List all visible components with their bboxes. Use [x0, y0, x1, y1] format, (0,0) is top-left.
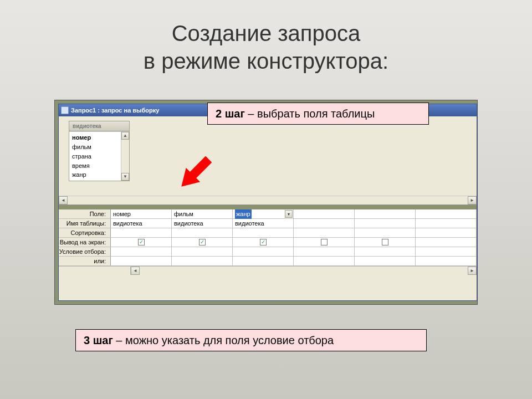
grid-row-label: Сортировка:	[59, 228, 111, 237]
grid-cell[interactable]	[416, 247, 477, 256]
field-list-scrollbar[interactable]: ▲ ▼	[121, 132, 129, 181]
upper-hscrollbar[interactable]: ◄ ►	[59, 196, 477, 204]
grid-cell[interactable]: ✓	[172, 238, 233, 247]
grid-row: Имя таблицы:видиотекавидиотекавидиотека	[59, 219, 477, 228]
grid-cell[interactable]	[416, 228, 477, 237]
grid-cell[interactable]	[416, 257, 477, 265]
query-designer-window: Запрос1 : запрос на выборку видиотека но…	[58, 104, 477, 301]
grid-cell[interactable]	[416, 209, 477, 218]
grid-cell[interactable]	[111, 228, 172, 237]
callout-step-2: 2 шаг – выбрать поля таблицы	[207, 103, 429, 125]
grid-hscrollbar[interactable]: ◄►	[59, 266, 477, 275]
grid-cell[interactable]: видиотека	[233, 219, 294, 228]
grid-cell[interactable]	[111, 247, 172, 256]
selected-field-text: жанр	[235, 209, 252, 219]
grid-row: или:	[59, 257, 477, 266]
grid-cell[interactable]	[233, 247, 294, 256]
grid-cell[interactable]	[294, 219, 355, 228]
grid-cell[interactable]: видиотека	[111, 219, 172, 228]
scroll-track[interactable]	[140, 267, 468, 275]
grid-row: Вывод на экран:✓✓✓	[59, 238, 477, 247]
scroll-right-icon[interactable]: ►	[468, 196, 477, 204]
grid-cell[interactable]	[294, 209, 355, 218]
titlebar-text: Запрос1 : запрос на выборку	[71, 107, 159, 114]
grid-cell[interactable]	[172, 247, 233, 256]
show-checkbox[interactable]: ✓	[199, 239, 206, 245]
callout-step-2-text: – выбрать поля таблицы	[245, 108, 375, 120]
field-item[interactable]: жанр	[69, 170, 121, 180]
grid-cell[interactable]	[355, 247, 416, 256]
show-checkbox[interactable]: ✓	[260, 239, 267, 245]
grid-row: Поле:номерфильмжанр▾	[59, 209, 477, 219]
title-line-2: в режиме конструктора:	[144, 49, 388, 73]
show-checkbox[interactable]	[321, 239, 328, 245]
callout-step-3-text: – можно указать для поля условие отбора	[113, 334, 334, 346]
grid-cell[interactable]	[294, 247, 355, 256]
grid-cell[interactable]	[355, 228, 416, 237]
field-item[interactable]: номер	[69, 133, 121, 142]
slide-title: Создание запроса в режиме конструктора:	[0, 19, 532, 75]
title-line-1: Создание запроса	[172, 21, 361, 45]
grid-cell[interactable]	[416, 238, 477, 247]
grid-cell[interactable]: жанр▾	[233, 209, 294, 218]
scroll-track[interactable]	[68, 196, 468, 204]
design-grid: Поле:номерфильмжанр▾Имя таблицы:видиотек…	[59, 209, 477, 275]
field-item[interactable]: фильм	[69, 142, 121, 152]
document-icon	[61, 106, 69, 114]
grid-cell[interactable]	[355, 257, 416, 265]
grid-cell[interactable]: ✓	[233, 238, 294, 247]
grid-cell[interactable]	[172, 257, 233, 265]
grid-row-label: Вывод на экран:	[59, 238, 111, 247]
grid-cell[interactable]	[416, 219, 477, 228]
grid-row-label: Поле:	[59, 209, 111, 218]
source-table-header[interactable]: видиотека	[69, 121, 129, 131]
grid-row: Сортировка:	[59, 228, 477, 238]
table-sources-pane: видиотека номерфильмстранавремяжанр ▲ ▼ …	[59, 116, 477, 205]
grid-cell[interactable]	[355, 219, 416, 228]
scroll-down-icon[interactable]: ▼	[121, 173, 129, 181]
scroll-spacer	[59, 267, 131, 275]
grid-cell[interactable]	[233, 257, 294, 265]
show-checkbox[interactable]: ✓	[138, 239, 145, 245]
grid-cell[interactable]: фильм	[172, 209, 233, 218]
scroll-left-icon[interactable]: ◄	[59, 196, 68, 204]
field-item[interactable]: страна	[69, 152, 121, 161]
grid-cell[interactable]	[294, 257, 355, 265]
grid-cell[interactable]: видиотека	[172, 219, 233, 228]
grid-cell[interactable]	[294, 228, 355, 237]
grid-cell[interactable]	[111, 257, 172, 265]
grid-cell[interactable]	[355, 209, 416, 218]
scroll-right-icon[interactable]: ►	[468, 267, 477, 275]
scroll-up-icon[interactable]: ▲	[121, 132, 129, 140]
grid-row-label: Условие отбора:	[59, 247, 111, 256]
grid-cell[interactable]	[233, 228, 294, 237]
dropdown-icon[interactable]: ▾	[285, 210, 293, 218]
scroll-track[interactable]	[121, 140, 129, 173]
field-list[interactable]: номерфильмстранавремяжанр	[69, 132, 121, 181]
callout-step-3: 3 шаг – можно указать для поля условие о…	[75, 329, 427, 351]
grid-cell[interactable]: ✓	[111, 238, 172, 247]
grid-row-label: Имя таблицы:	[59, 219, 111, 228]
callout-step-2-bold: 2 шаг	[216, 108, 245, 120]
callout-step-3-bold: 3 шаг	[84, 334, 113, 346]
field-item[interactable]: время	[69, 161, 121, 171]
grid-cell[interactable]: номер	[111, 209, 172, 218]
grid-cell[interactable]	[172, 228, 233, 237]
scroll-left-icon[interactable]: ◄	[131, 267, 140, 275]
grid-row: Условие отбора:	[59, 247, 477, 257]
grid-row-label: или:	[59, 257, 111, 265]
grid-cell[interactable]	[355, 238, 416, 247]
source-table-box[interactable]: видиотека номерфильмстранавремяжанр ▲ ▼	[69, 121, 130, 181]
show-checkbox[interactable]	[382, 239, 388, 245]
access-window: Запрос1 : запрос на выборку видиотека но…	[54, 100, 478, 305]
grid-cell[interactable]	[294, 238, 355, 247]
